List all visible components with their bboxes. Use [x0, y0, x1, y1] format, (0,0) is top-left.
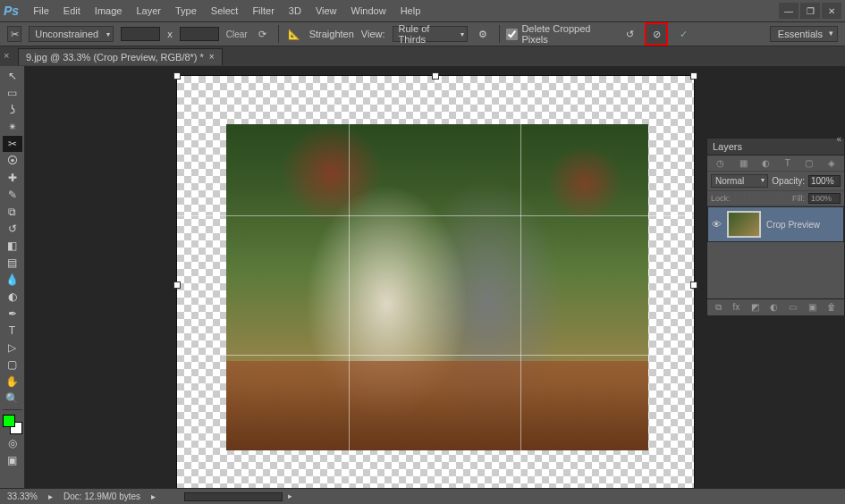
blur-tool[interactable]: 💧 [3, 272, 22, 288]
brush-tool[interactable]: ✎ [3, 187, 22, 203]
filter-kind-icon[interactable]: ◷ [716, 158, 724, 168]
menu-edit[interactable]: Edit [56, 0, 88, 21]
crop-handle-tr[interactable] [690, 72, 697, 80]
marquee-tool[interactable]: ▭ [3, 85, 22, 101]
pen-tool[interactable]: ✒ [3, 306, 22, 322]
lasso-tool[interactable]: ʖ [3, 102, 22, 118]
layer-mask-icon[interactable]: ◩ [751, 302, 759, 313]
blend-opacity-row: Normal Opacity: 100% [707, 172, 844, 191]
aspect-ratio-dropdown[interactable]: Unconstrained [29, 26, 114, 42]
menu-help[interactable]: Help [393, 0, 428, 21]
menu-image[interactable]: Image [88, 0, 130, 21]
crop-handle-t[interactable] [432, 72, 439, 80]
filter-adjust-icon[interactable]: ◐ [762, 158, 770, 168]
foreground-swatch[interactable] [3, 415, 15, 427]
path-selection-tool[interactable]: ▷ [3, 340, 22, 356]
quick-mask-tool[interactable]: ◎ [3, 435, 22, 451]
divider [499, 25, 500, 43]
adjustment-layer-icon[interactable]: ◐ [770, 302, 778, 313]
eraser-tool[interactable]: ◧ [3, 238, 22, 254]
tab-collapse-icon[interactable]: × [4, 50, 9, 61]
zoom-level[interactable]: 33.33% [7, 491, 38, 501]
delete-cropped-checkbox[interactable]: Delete Cropped Pixels [506, 23, 607, 45]
lock-position-icon[interactable] [763, 193, 773, 204]
layer-name[interactable]: Crop Preview [766, 220, 820, 230]
filter-pixel-icon[interactable]: ▦ [739, 158, 748, 168]
document-canvas[interactable] [176, 75, 695, 495]
lock-pixels-icon[interactable] [748, 193, 759, 204]
lock-transparency-icon[interactable] [734, 193, 745, 204]
commit-crop-icon[interactable]: ✓ [675, 25, 691, 43]
menu-file[interactable]: File [26, 0, 56, 21]
menu-select[interactable]: Select [204, 0, 246, 21]
divider [278, 25, 279, 43]
cancel-crop-icon[interactable]: ⊘ [647, 25, 665, 43]
filter-shape-icon[interactable]: ▢ [805, 158, 813, 168]
type-tool[interactable]: T [3, 323, 22, 339]
window-maximize-button[interactable]: ❐ [800, 3, 820, 19]
menu-view[interactable]: View [308, 0, 344, 21]
layer-item[interactable]: 👁 Crop Preview [707, 206, 844, 242]
menu-window[interactable]: Window [344, 0, 393, 21]
gear-icon[interactable]: ⚙ [475, 25, 491, 43]
zoom-tool[interactable]: 🔍 [3, 391, 22, 407]
crop-height-input[interactable] [180, 27, 219, 41]
new-layer-icon[interactable]: ▣ [808, 302, 816, 313]
color-swatches[interactable] [3, 415, 22, 434]
move-tool[interactable]: ↖ [3, 68, 22, 84]
crop-tool[interactable]: ✂ [3, 136, 22, 152]
menu-layer[interactable]: Layer [129, 0, 168, 21]
straighten-icon[interactable]: 📐 [286, 25, 302, 43]
crop-width-input[interactable] [121, 27, 160, 41]
opacity-value[interactable]: 100% [808, 175, 841, 187]
eyedropper-tool[interactable]: ⦿ [3, 153, 22, 169]
reset-crop-icon[interactable]: ↺ [621, 25, 638, 43]
layer-visibility-icon[interactable]: 👁 [712, 219, 722, 230]
overlay-label: Rule of Thirds [399, 23, 453, 45]
crop-handle-l[interactable] [173, 281, 181, 289]
crop-handle-tl[interactable] [173, 72, 181, 80]
clone-stamp-tool[interactable]: ⧉ [3, 204, 22, 220]
zoom-arrow-icon[interactable]: ▸ [48, 491, 53, 501]
filter-smart-icon[interactable]: ◈ [828, 158, 835, 168]
delete-cropped-input[interactable] [506, 29, 518, 40]
window-minimize-button[interactable]: — [779, 3, 799, 19]
magic-wand-tool[interactable]: ✴ [3, 119, 22, 135]
hand-tool[interactable]: ✋ [3, 374, 22, 390]
workspace-dropdown[interactable]: Essentials [770, 26, 838, 42]
layers-panel: Layers ◷ ▦ ◐ T ▢ ◈ Normal Opacity: 100% … [706, 138, 845, 316]
doc-info[interactable]: Doc: 12.9M/0 bytes [63, 491, 140, 501]
layer-group-icon[interactable]: ▭ [789, 302, 797, 313]
straighten-label[interactable]: Straighten [309, 29, 354, 39]
overlay-dropdown[interactable]: Rule of Thirds [393, 26, 469, 42]
layers-panel-footer: ⧉ fx ◩ ◐ ▭ ▣ 🗑 [707, 298, 844, 315]
rotate-icon[interactable]: ⟳ [255, 25, 271, 43]
layers-panel-title[interactable]: Layers [707, 139, 844, 155]
link-layers-icon[interactable]: ⧉ [715, 302, 722, 313]
menu-filter[interactable]: Filter [245, 0, 281, 21]
clear-button[interactable]: Clear [226, 29, 248, 39]
window-close-button[interactable]: ✕ [822, 3, 841, 19]
tab-close-icon[interactable]: × [209, 52, 215, 62]
delete-layer-icon[interactable]: 🗑 [827, 302, 836, 313]
healing-brush-tool[interactable]: ✚ [3, 170, 22, 186]
menu-type[interactable]: Type [168, 0, 204, 21]
tool-preset-icon[interactable]: ✂ [7, 26, 21, 42]
rectangle-tool[interactable]: ▢ [3, 357, 22, 373]
screen-mode-tool[interactable]: ▣ [3, 452, 22, 468]
panel-collapse-icon[interactable]: « [836, 134, 841, 144]
crop-handle-r[interactable] [690, 281, 697, 289]
history-brush-tool[interactable]: ↺ [3, 221, 22, 237]
horizontal-scrollbar[interactable] [184, 492, 283, 501]
doc-info-arrow-icon[interactable]: ▸ [151, 491, 156, 501]
lock-all-icon[interactable] [777, 193, 788, 204]
fill-value[interactable]: 100% [808, 193, 841, 204]
blend-mode-dropdown[interactable]: Normal [711, 174, 768, 188]
filter-type-icon[interactable]: T [785, 158, 790, 168]
gradient-tool[interactable]: ▤ [3, 255, 22, 271]
layer-fx-icon[interactable]: fx [732, 302, 739, 313]
document-tab[interactable]: 9.jpg @ 33.3% (Crop Preview, RGB/8*) * × [18, 48, 223, 65]
layer-thumbnail[interactable] [727, 211, 761, 238]
dodge-tool[interactable]: ◐ [3, 289, 22, 305]
menu-3d[interactable]: 3D [282, 0, 308, 21]
